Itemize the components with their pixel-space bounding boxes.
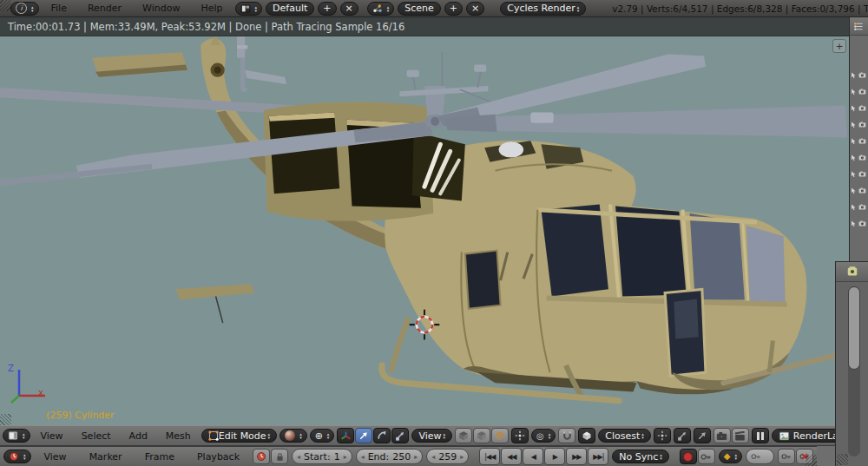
scale-manipulator-button[interactable] (391, 428, 409, 443)
decrement-arrow[interactable]: ◂ (431, 453, 435, 461)
proportional-edit-select[interactable]: ◎ ▴▾ (531, 429, 556, 443)
outliner-row[interactable] (850, 166, 868, 182)
renderable-camera-icon[interactable] (858, 202, 866, 212)
increment-arrow[interactable]: ▸ (344, 453, 347, 461)
play-button[interactable]: ▶ (544, 448, 565, 465)
renderable-camera-icon[interactable] (858, 136, 866, 146)
decrement-arrow[interactable]: ◂ (297, 453, 300, 461)
outliner-panel[interactable] (849, 17, 868, 261)
snap-target-select[interactable]: Closest ▴▾ (598, 429, 651, 443)
outliner-row[interactable] (850, 149, 868, 166)
menu-file[interactable]: File (43, 3, 76, 14)
selectable-cursor-icon[interactable] (850, 203, 857, 212)
end-frame-field[interactable]: ◂ End: 250 ▸ (356, 449, 424, 464)
render-engine-select[interactable]: Cycles Render ▴▾ (500, 2, 586, 16)
renderable-camera-icon[interactable] (858, 169, 866, 179)
renderable-camera-icon[interactable] (858, 87, 866, 96)
use-preview-range-button[interactable] (253, 449, 270, 464)
snap-peel-object-button[interactable] (674, 428, 691, 443)
properties-scrollbar-thumb[interactable] (848, 286, 860, 370)
properties-panel[interactable] (835, 261, 868, 466)
menu-frame[interactable]: Frame (135, 451, 184, 463)
face-select-mode-button[interactable] (491, 428, 509, 443)
outliner-row[interactable] (850, 83, 868, 100)
menu-marker[interactable]: Marker (80, 451, 132, 463)
corner-grip[interactable] (837, 454, 848, 465)
viewport-corner-grip[interactable] (0, 414, 11, 425)
menu-view[interactable]: View (35, 451, 76, 463)
properties-region-expand-tab[interactable]: + (832, 39, 846, 53)
selectable-cursor-icon[interactable] (850, 88, 857, 96)
menu-add[interactable]: Add (122, 430, 155, 442)
limit-selection-visible-button[interactable] (511, 428, 529, 443)
sync-mode-select[interactable]: No Sync ▴▾ (612, 450, 668, 463)
snap-self-button[interactable] (654, 428, 671, 443)
corner-grip[interactable] (806, 455, 817, 466)
next-keyframe-button[interactable]: ▶▶ (566, 448, 587, 465)
increment-arrow[interactable]: ▸ (414, 453, 418, 461)
menu-select[interactable]: Select (74, 430, 119, 442)
outliner-row[interactable] (850, 116, 868, 133)
outliner-row[interactable] (850, 67, 868, 83)
current-frame-field[interactable]: ◂ 259 ▸ (426, 449, 469, 464)
start-frame-field[interactable]: ◂ Start: 1 ▸ (292, 449, 352, 464)
screen-layout-icon-button[interactable]: ▴▾ (235, 2, 263, 16)
corner-grip[interactable] (0, 0, 11, 11)
editor-type-info-button[interactable]: i ▴▾ (10, 2, 39, 16)
selectable-cursor-icon[interactable] (850, 104, 857, 113)
outliner-row[interactable] (850, 100, 868, 116)
scene-icon-button[interactable]: ▴▾ (367, 2, 395, 16)
close-layout-button[interactable]: × (340, 2, 358, 16)
jump-to-end-button[interactable]: ▶▶| (588, 448, 608, 465)
renderable-camera-icon[interactable] (858, 103, 866, 113)
snap-align-rotation-button[interactable] (694, 428, 711, 443)
timeline-editor-type-button[interactable]: ▴▾ (3, 450, 31, 463)
screen-layout-field[interactable]: Default (266, 2, 314, 16)
render-layer-select[interactable]: RenderLayer (772, 429, 835, 443)
outliner-row[interactable] (850, 215, 868, 232)
decrement-arrow[interactable]: ◂ (361, 453, 365, 461)
previous-keyframe-button[interactable]: ◀◀ (501, 448, 522, 465)
insert-keyframe-button[interactable] (778, 449, 795, 464)
editor-type-button[interactable]: ▴▾ (3, 429, 30, 443)
renderable-camera-icon[interactable] (858, 70, 866, 80)
outliner-row[interactable] (850, 182, 868, 199)
snap-toggle-button[interactable] (558, 428, 575, 443)
menu-window[interactable]: Window (134, 3, 188, 14)
auto-keyframe-button[interactable] (680, 449, 697, 464)
selectable-cursor-icon[interactable] (850, 170, 857, 179)
selectable-cursor-icon[interactable] (850, 220, 857, 228)
render-opengl-button[interactable] (713, 428, 731, 443)
vertex-select-mode-button[interactable] (455, 428, 472, 443)
rotate-manipulator-button[interactable] (373, 428, 391, 443)
renderable-camera-icon[interactable] (858, 186, 866, 195)
menu-render[interactable]: Render (79, 3, 130, 14)
viewport-shading-select[interactable]: ▴▾ (279, 429, 307, 443)
mode-select[interactable]: Edit Mode ▴▾ (201, 429, 277, 443)
snap-element-button[interactable] (578, 428, 595, 443)
edge-select-mode-button[interactable] (473, 428, 490, 443)
renderable-camera-icon[interactable] (858, 153, 866, 162)
menu-playback[interactable]: Playback (187, 451, 249, 463)
pivot-point-select[interactable]: ⊕ ▴▾ (310, 429, 335, 443)
renderable-camera-icon[interactable] (858, 219, 866, 228)
transform-orientation-select[interactable]: View ▴▾ (411, 429, 452, 443)
menu-help[interactable]: Help (192, 3, 231, 14)
play-reverse-button[interactable]: ◀ (523, 448, 543, 465)
pause-render-button[interactable] (752, 428, 769, 443)
selectable-cursor-icon[interactable] (850, 71, 857, 80)
3d-viewport[interactable]: + Z x (259) Cylinder (0, 36, 849, 425)
jump-to-start-button[interactable]: |◀◀ (479, 448, 500, 465)
renderable-camera-icon[interactable] (858, 120, 866, 129)
keyframe-type-select[interactable]: ◆ ▴▾ (719, 450, 742, 463)
active-keying-set-field[interactable] (746, 449, 774, 464)
increment-arrow[interactable]: ▸ (460, 453, 464, 461)
outliner-row[interactable] (850, 133, 868, 149)
outliner-row[interactable] (850, 199, 868, 215)
selectable-cursor-icon[interactable] (850, 137, 857, 146)
add-scene-button[interactable]: + (444, 2, 463, 16)
translate-manipulator-button[interactable] (355, 428, 372, 443)
selectable-cursor-icon[interactable] (850, 154, 857, 162)
close-scene-button[interactable]: × (466, 2, 484, 16)
auto-keying-set-button[interactable] (698, 449, 715, 464)
